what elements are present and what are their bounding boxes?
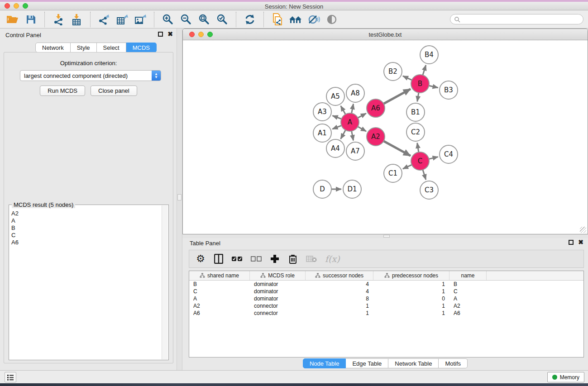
table-row[interactable]: Bdominator41B bbox=[189, 281, 583, 288]
horizontal-splitter[interactable] bbox=[182, 234, 588, 238]
node-D1[interactable]: D1 bbox=[343, 180, 361, 198]
tab-node-table[interactable]: Node Table bbox=[303, 358, 346, 368]
cell-MCDS-role[interactable]: connector bbox=[250, 303, 306, 309]
column-header-name[interactable]: name bbox=[449, 271, 487, 280]
cell-successor-nodes[interactable]: 4 bbox=[306, 288, 373, 295]
resize-grip-icon[interactable] bbox=[580, 227, 586, 233]
close-panel-button[interactable]: Close panel bbox=[91, 86, 137, 96]
cell-predecessor-nodes[interactable]: 1 bbox=[373, 288, 449, 295]
cell-name[interactable]: A2 bbox=[449, 303, 487, 309]
import-table-icon[interactable] bbox=[67, 12, 86, 27]
cell-name[interactable]: A6 bbox=[449, 310, 487, 316]
export-network-icon[interactable] bbox=[95, 12, 113, 27]
vertical-splitter[interactable] bbox=[177, 29, 182, 370]
node-B1[interactable]: B1 bbox=[406, 103, 425, 121]
node-C1[interactable]: C1 bbox=[384, 164, 402, 182]
table-row[interactable]: A6connector11A6 bbox=[189, 310, 583, 317]
edge-C-C3[interactable] bbox=[423, 170, 426, 180]
float-panel-icon[interactable] bbox=[569, 240, 574, 245]
select-all-icon[interactable] bbox=[232, 253, 243, 265]
node-C2[interactable]: C2 bbox=[406, 123, 425, 141]
criterion-select[interactable]: largest connected component (directed) ▲… bbox=[20, 70, 161, 81]
table-row[interactable]: Cdominator41C bbox=[189, 288, 583, 295]
cell-shared-name[interactable]: B bbox=[189, 281, 250, 287]
hide-selected-icon[interactable] bbox=[305, 12, 323, 27]
column-select-icon[interactable] bbox=[214, 253, 224, 265]
column-header-successor-nodes[interactable]: successor nodes bbox=[306, 271, 373, 280]
zoom-in-icon[interactable] bbox=[159, 12, 177, 27]
tab-network-table[interactable]: Network Table bbox=[388, 358, 439, 368]
splitter-handle[interactable] bbox=[177, 194, 182, 200]
duplicate-network-icon[interactable] bbox=[268, 12, 287, 27]
node-A4[interactable]: A4 bbox=[326, 139, 344, 157]
cell-shared-name[interactable]: A bbox=[189, 295, 250, 302]
node-A7[interactable]: A7 bbox=[346, 142, 364, 160]
cell-successor-nodes[interactable]: 1 bbox=[306, 303, 373, 309]
cell-successor-nodes[interactable]: 4 bbox=[306, 281, 373, 287]
zoom-selected-icon[interactable] bbox=[213, 12, 231, 27]
node-A3[interactable]: A3 bbox=[313, 103, 331, 121]
close-panel-icon[interactable]: ✖ bbox=[167, 32, 173, 37]
tab-style[interactable]: Style bbox=[71, 43, 97, 52]
cell-predecessor-nodes[interactable]: 0 bbox=[373, 295, 449, 302]
edge-A-A7[interactable] bbox=[352, 131, 354, 141]
cell-MCDS-role[interactable]: connector bbox=[250, 310, 306, 316]
result-item[interactable]: B bbox=[11, 224, 162, 232]
export-table-icon[interactable] bbox=[113, 12, 131, 27]
result-item[interactable]: A bbox=[11, 217, 162, 224]
edge-C-C1[interactable] bbox=[403, 165, 412, 169]
column-header-predecessor-nodes[interactable]: predecessor nodes bbox=[373, 271, 449, 280]
edge-B-B1[interactable] bbox=[417, 93, 419, 102]
edge-C-C4[interactable] bbox=[429, 157, 438, 159]
cell-predecessor-nodes[interactable]: 1 bbox=[373, 281, 449, 287]
edge-A-A6[interactable] bbox=[358, 114, 366, 118]
tab-motifs[interactable]: Motifs bbox=[439, 358, 468, 368]
edge-B-B3[interactable] bbox=[429, 86, 438, 88]
result-item[interactable]: A2 bbox=[11, 210, 162, 217]
node-C4[interactable]: C4 bbox=[440, 145, 458, 163]
result-item[interactable]: C bbox=[11, 232, 162, 239]
edge-B-B2[interactable] bbox=[403, 76, 412, 80]
edge-C-C2[interactable] bbox=[417, 143, 419, 152]
node-C3[interactable]: C3 bbox=[420, 181, 438, 199]
cell-successor-nodes[interactable]: 1 bbox=[306, 310, 373, 316]
task-history-button[interactable] bbox=[5, 372, 16, 382]
open-file-icon[interactable] bbox=[4, 12, 22, 27]
edge-A6-B[interactable] bbox=[384, 89, 411, 104]
result-scrollbar[interactable] bbox=[162, 205, 168, 359]
tab-edge-table[interactable]: Edge Table bbox=[346, 358, 388, 368]
memory-button[interactable]: Memory bbox=[547, 372, 584, 382]
cell-shared-name[interactable]: A2 bbox=[189, 303, 250, 309]
cell-MCDS-role[interactable]: dominator bbox=[250, 288, 306, 295]
node-B3[interactable]: B3 bbox=[440, 81, 458, 99]
edge-A-A3[interactable] bbox=[333, 116, 342, 119]
network-graph[interactable]: B4B2BB3A8A5A6A3B1AC2A1A2A4A7C4CC1DC3D1 bbox=[183, 41, 588, 234]
node-A6[interactable]: A6 bbox=[367, 99, 385, 117]
cell-shared-name[interactable]: A6 bbox=[189, 310, 250, 316]
network-canvas[interactable]: B4B2BB3A8A5A6A3B1AC2A1A2A4A7C4CC1DC3D1 bbox=[183, 41, 587, 234]
edge-A-A2[interactable] bbox=[358, 127, 366, 132]
node-B[interactable]: B bbox=[411, 75, 429, 93]
cell-name[interactable]: B bbox=[449, 281, 487, 287]
show-all-icon[interactable] bbox=[323, 12, 341, 27]
deselect-all-icon[interactable] bbox=[251, 253, 262, 265]
export-image-icon[interactable] bbox=[131, 12, 149, 27]
node-A5[interactable]: A5 bbox=[326, 87, 344, 105]
cell-name[interactable]: A bbox=[449, 295, 487, 302]
search-input[interactable] bbox=[450, 14, 583, 24]
cell-predecessor-nodes[interactable]: 1 bbox=[373, 310, 449, 316]
column-header-MCDS-role[interactable]: MCDS role bbox=[250, 271, 306, 280]
import-network-icon[interactable] bbox=[49, 12, 67, 27]
float-panel-icon[interactable] bbox=[158, 32, 163, 37]
main-titlebar[interactable]: Session: New Session bbox=[0, 2, 588, 10]
cell-successor-nodes[interactable]: 8 bbox=[306, 295, 373, 302]
tab-mcds[interactable]: MCDS bbox=[126, 43, 157, 52]
add-column-icon[interactable] bbox=[270, 253, 280, 265]
gear-icon[interactable]: ⚙ bbox=[196, 253, 206, 265]
result-item[interactable]: A6 bbox=[11, 239, 162, 246]
network-window-titlebar[interactable]: testGlobe.txt bbox=[183, 29, 588, 40]
edge-B-B4[interactable] bbox=[423, 65, 426, 75]
zoom-out-icon[interactable] bbox=[177, 12, 195, 27]
cell-name[interactable]: C bbox=[449, 288, 487, 295]
node-A[interactable]: A bbox=[341, 113, 359, 131]
